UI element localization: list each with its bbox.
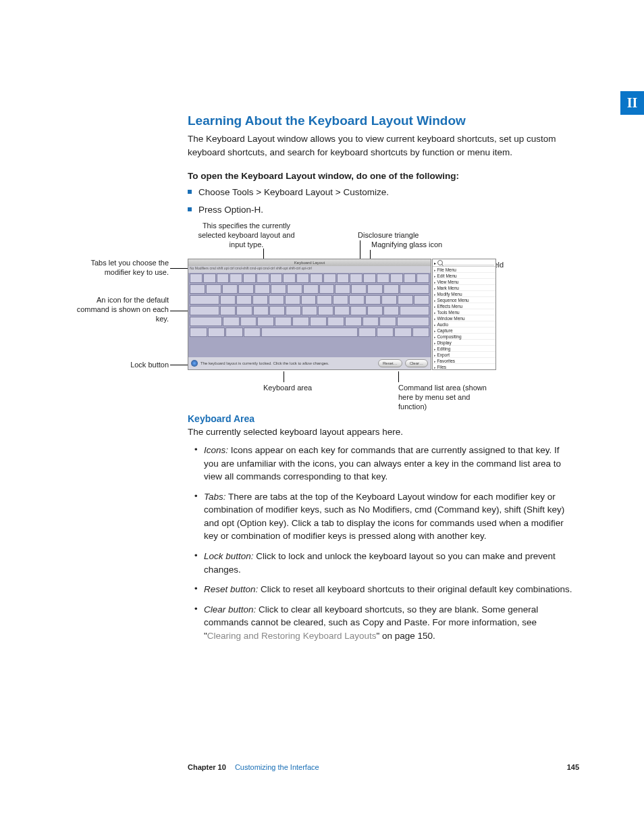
open-instruction-lead: To open the Keyboard Layout window, do o… — [188, 171, 579, 181]
keyboard-layout-diagram: This specifies the currently selected ke… — [74, 221, 520, 404]
definition-item: Reset button: Click to reset all keyboar… — [194, 583, 572, 596]
command-list-item[interactable]: Audio — [433, 321, 495, 328]
definition-term: Lock button: — [204, 551, 254, 561]
command-list-item[interactable]: Edit Menu — [433, 273, 495, 279]
cross-reference-link[interactable]: Clearing and Restoring Keyboard Layouts — [207, 631, 377, 641]
page-footer: Chapter 10 Customizing the Interface 145 — [188, 763, 579, 771]
open-steps-list: Choose Tools > Keyboard Layout > Customi… — [188, 185, 579, 217]
chapter-name: Customizing the Interface — [235, 763, 319, 771]
callout-command-list: Command list area (shown here by menu se… — [398, 384, 500, 411]
lock-icon[interactable] — [191, 360, 198, 367]
definition-list: Icons: Icons appear on each key for comm… — [188, 444, 572, 642]
definition-text: Icons appear on each key for commands th… — [204, 445, 561, 481]
definition-term: Clear button: — [204, 604, 256, 615]
callout-magnify: Magnifying glass icon — [371, 240, 466, 250]
search-input[interactable] — [444, 261, 494, 265]
command-list-item[interactable]: Mark Menu — [433, 285, 495, 291]
command-list-item[interactable]: Editing — [433, 346, 495, 352]
command-list-panel: ▸ File MenuEdit MenuView MenuMark MenuMo… — [432, 259, 496, 370]
search-row: ▸ — [433, 259, 495, 267]
section-heading: Learning About the Keyboard Layout Windo… — [188, 113, 579, 128]
subsection-intro: The currently selected keyboard layout a… — [188, 427, 572, 437]
definition-text: Click to reset all keyboard shortcuts to… — [258, 584, 572, 594]
part-tab: II — [620, 91, 644, 115]
command-list-item[interactable]: Capture — [433, 328, 495, 334]
callout-disclosure: Disclosure triangle — [358, 231, 439, 240]
definition-text: Click to lock and unlock the keyboard la… — [204, 551, 556, 575]
page-number: 145 — [567, 763, 579, 771]
callout-keyboard-area: Keyboard area — [263, 384, 312, 393]
subsection-heading: Keyboard Area — [188, 413, 572, 424]
definition-term: Icons: — [204, 445, 228, 455]
callout-lock-button: Lock button — [74, 361, 169, 370]
open-step: Choose Tools > Keyboard Layout > Customi… — [188, 185, 579, 200]
definition-item: Tabs: There are tabs at the top of the K… — [194, 490, 572, 543]
disclosure-icon[interactable]: ▸ — [434, 261, 436, 265]
intro-paragraph: The Keyboard Layout window allows you to… — [188, 132, 579, 159]
definition-term: Tabs: — [204, 492, 226, 502]
open-step: Press Option-H. — [188, 203, 579, 217]
definition-item: Lock button: Click to lock and unlock th… — [194, 550, 572, 576]
lock-status-text: The keyboard layout is currently locked.… — [200, 361, 375, 365]
definition-item: Icons: Icons appear on each key for comm… — [194, 444, 572, 484]
command-list-item[interactable]: Display — [433, 340, 495, 346]
command-list-item[interactable]: Tools Menu — [433, 309, 495, 315]
callout-tabs: Tabs let you choose the modifier key to … — [74, 259, 169, 278]
command-list-item[interactable]: Compositing — [433, 334, 495, 340]
callout-layout-type: This specifies the currently selected ke… — [192, 221, 300, 249]
clear-button[interactable]: Clear… — [405, 359, 428, 367]
keyboard-layout-window: Keyboard Layout No Modifiers cmd shift o… — [188, 259, 431, 370]
status-bar: The keyboard layout is currently locked.… — [188, 357, 431, 369]
callout-default-icon: An icon for the default command is shown… — [74, 296, 169, 323]
command-list-item[interactable]: View Menu — [433, 279, 495, 285]
command-list-item[interactable]: Window Menu — [433, 315, 495, 321]
chapter-number: Chapter 10 — [188, 763, 226, 771]
command-list-item[interactable]: Effects Menu — [433, 303, 495, 309]
command-list-item[interactable]: Export — [433, 352, 495, 358]
definition-item: Clear button: Click to clear all keyboar… — [194, 603, 572, 643]
magnifying-glass-icon[interactable] — [437, 260, 443, 265]
keyboard-area[interactable] — [188, 273, 431, 357]
command-list-item[interactable]: Files — [433, 364, 495, 370]
reset-button[interactable]: Reset… — [378, 359, 402, 367]
command-list-items[interactable]: File MenuEdit MenuView MenuMark MenuModi… — [433, 267, 495, 370]
definition-text: There are tabs at the top of the Keyboar… — [204, 492, 564, 542]
command-list-item[interactable]: Modify Menu — [433, 291, 495, 297]
command-list-item[interactable]: File Menu — [433, 267, 495, 273]
command-list-item[interactable]: Sequence Menu — [433, 297, 495, 303]
definition-term: Reset button: — [204, 584, 258, 594]
command-list-item[interactable]: Favorites — [433, 358, 495, 364]
window-title: Keyboard Layout — [188, 259, 431, 266]
modifier-tabs[interactable]: No Modifiers cmd shift opt ctrl cmd-shif… — [188, 266, 431, 273]
